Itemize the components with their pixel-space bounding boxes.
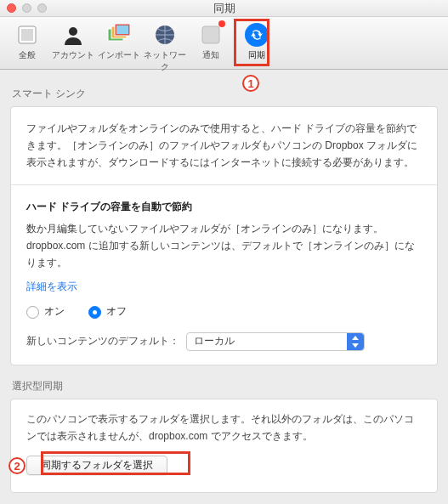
general-icon xyxy=(14,22,40,48)
window-title: 同期 xyxy=(0,1,448,16)
selective-sync-description: このパソコンで表示するフォルダを選択します。それ以外のフォルダは、このパソコンで… xyxy=(26,411,422,445)
sync-icon xyxy=(244,22,269,48)
radio-on[interactable]: オン xyxy=(26,303,65,320)
default-select[interactable]: ローカル xyxy=(186,332,365,351)
selective-sync-heading: 選択型同期 xyxy=(12,379,436,394)
radio-off[interactable]: オフ xyxy=(88,303,127,320)
radio-label: オフ xyxy=(106,303,127,320)
tab-notifications[interactable]: 通知 xyxy=(189,20,233,63)
tab-import[interactable]: インポート xyxy=(97,20,141,63)
tab-label: 通知 xyxy=(202,49,219,61)
tab-label: ネットワーク xyxy=(143,49,187,73)
divider xyxy=(11,184,437,185)
svg-rect-1 xyxy=(21,29,33,41)
radio-dot xyxy=(88,306,101,319)
smart-sync-heading: スマート シンク xyxy=(12,87,436,101)
details-link[interactable]: 詳細を表示 xyxy=(26,279,77,296)
new-content-default-row: 新しいコンテンツのデフォルト： ローカル xyxy=(26,332,422,351)
smart-sync-description: ファイルやフォルダをオンラインのみで使用すると、ハード ドライブの容量を節約でき… xyxy=(26,121,422,171)
import-icon xyxy=(106,22,132,48)
tab-label: 同期 xyxy=(248,49,265,61)
tab-label: アカウント xyxy=(52,49,94,61)
auto-save-radio-group: オン オフ xyxy=(26,303,422,320)
tab-sync[interactable]: 同期 xyxy=(235,20,279,63)
radio-label: オン xyxy=(44,303,65,320)
chevron-updown-icon xyxy=(347,333,364,350)
selective-sync-panel: このパソコンで表示するフォルダを選択します。それ以外のフォルダは、このパソコンで… xyxy=(10,399,438,493)
annotation-number-2: 2 xyxy=(9,457,26,474)
auto-save-heading: ハード ドライブの容量を自動で節約 xyxy=(26,199,422,216)
smart-sync-panel: ファイルやフォルダをオンラインのみで使用すると、ハード ドライブの容量を節約でき… xyxy=(10,106,438,365)
svg-rect-8 xyxy=(202,26,219,43)
radio-dot xyxy=(26,306,39,319)
network-icon xyxy=(152,22,178,48)
tab-network[interactable]: ネットワーク xyxy=(143,20,187,75)
svg-rect-6 xyxy=(116,25,128,34)
choose-folders-button[interactable]: 同期するフォルダを選択 xyxy=(26,456,167,475)
default-label: 新しいコンテンツのデフォルト： xyxy=(26,333,179,350)
account-icon xyxy=(60,22,86,48)
tab-label: 全般 xyxy=(19,49,36,61)
annotation-number-1: 1 xyxy=(242,75,259,92)
prefs-toolbar: 全般 アカウント インポート ネットワーク 通知 同期 xyxy=(0,17,448,70)
tab-account[interactable]: アカウント xyxy=(51,20,95,63)
tab-label: インポート xyxy=(98,49,140,61)
select-value: ローカル xyxy=(194,333,235,350)
svg-point-9 xyxy=(245,23,269,47)
tab-general[interactable]: 全般 xyxy=(5,20,49,63)
svg-point-2 xyxy=(69,27,77,36)
auto-save-description: 数か月編集していないファイルやフォルダが［オンラインのみ］になります。dropb… xyxy=(26,221,422,271)
notification-badge xyxy=(218,20,225,27)
window-titlebar: 同期 xyxy=(0,0,448,17)
